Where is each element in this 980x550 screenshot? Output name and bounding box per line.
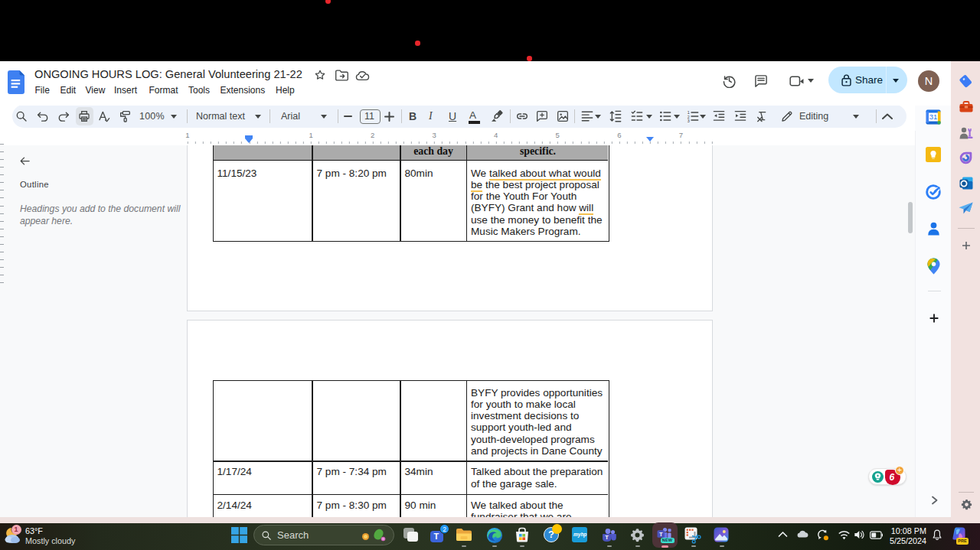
svg-text:T: T — [659, 531, 663, 538]
svg-text:3: 3 — [688, 119, 690, 122]
svg-text:T: T — [605, 534, 609, 541]
svg-text:31: 31 — [929, 112, 938, 121]
